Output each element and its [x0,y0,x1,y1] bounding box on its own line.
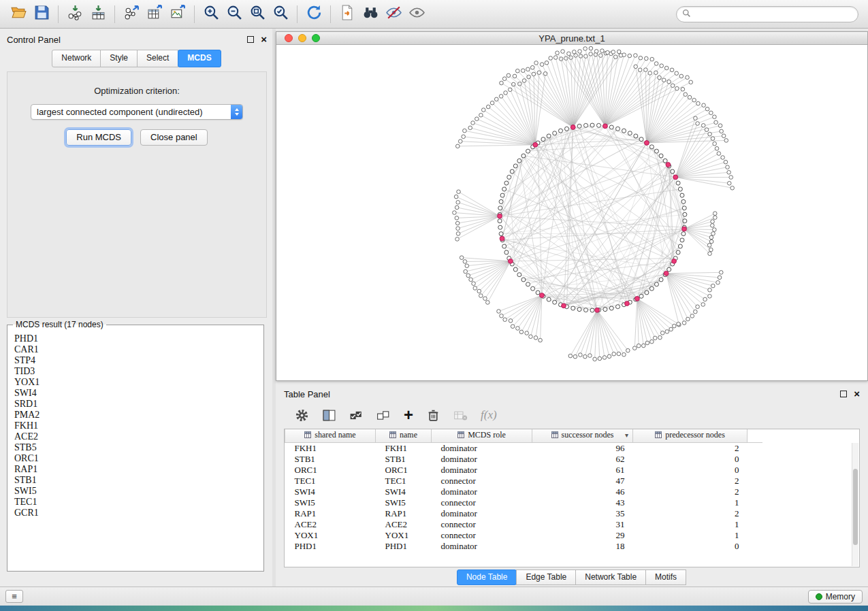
network-leaf-node[interactable] [561,50,565,54]
column-header-name[interactable]: name [376,429,432,442]
network-leaf-node[interactable] [483,297,487,301]
delete-row-icon[interactable] [426,408,440,423]
network-leaf-node[interactable] [516,327,520,331]
network-leaf-node[interactable] [708,132,712,136]
network-ring-node[interactable] [584,308,588,312]
mcds-result-item[interactable]: STB5 [14,442,257,453]
column-header-successor-nodes[interactable]: successor nodes▾ [532,429,633,442]
network-ring-node[interactable] [521,154,526,158]
network-ring-node[interactable] [513,164,517,168]
network-leaf-node[interactable] [456,227,460,231]
network-mcds-node[interactable] [562,303,566,308]
network-leaf-node[interactable] [707,244,711,248]
export-table-button[interactable] [143,3,166,25]
network-leaf-node[interactable] [713,228,717,232]
network-leaf-node[interactable] [653,336,657,340]
settings-gear-icon[interactable] [295,408,309,423]
network-mcds-node[interactable] [635,297,640,301]
network-ring-node[interactable] [603,308,607,312]
network-ring-node[interactable] [577,124,581,128]
network-leaf-node[interactable] [724,160,728,164]
network-leaf-node[interactable] [720,129,724,133]
table-scrollbar[interactable] [852,443,858,566]
network-leaf-node[interactable] [682,321,686,325]
mcds-result-item[interactable]: TEC1 [14,497,257,508]
network-leaf-node[interactable] [713,216,718,220]
network-leaf-node[interactable] [532,72,536,76]
network-leaf-node[interactable] [611,50,615,54]
network-leaf-node[interactable] [485,301,489,305]
network-leaf-node[interactable] [681,87,685,91]
mcds-result-item[interactable]: ORC1 [14,453,257,464]
network-ring-node[interactable] [507,175,511,179]
network-leaf-node[interactable] [473,286,477,291]
network-leaf-node[interactable] [694,310,698,314]
network-ring-node[interactable] [645,291,649,295]
network-ring-node[interactable] [536,291,540,295]
network-leaf-node[interactable] [658,335,662,340]
network-leaf-node[interactable] [727,170,731,174]
network-mcds-node[interactable] [498,214,502,218]
network-leaf-node[interactable] [553,56,558,60]
network-leaf-node[interactable] [607,354,611,359]
network-leaf-node[interactable] [713,115,717,119]
network-leaf-node[interactable] [660,331,664,335]
network-leaf-node[interactable] [718,276,722,280]
network-leaf-node[interactable] [708,295,712,299]
network-ring-node[interactable] [659,278,663,282]
network-leaf-node[interactable] [511,82,515,86]
network-leaf-node[interactable] [696,122,700,126]
scrollbar-thumb[interactable] [853,469,858,545]
run-mcds-button[interactable]: Run MCDS [66,129,131,146]
network-leaf-node[interactable] [463,260,467,264]
network-leaf-node[interactable] [715,146,719,150]
refresh-layout-button[interactable] [302,3,325,25]
network-leaf-node[interactable] [639,56,643,60]
table-row[interactable]: RAP1RAP1dominator352 [285,508,762,519]
network-leaf-node[interactable] [567,52,571,56]
network-ring-node[interactable] [499,232,503,236]
network-ring-node[interactable] [649,286,654,291]
network-ring-node[interactable] [526,149,530,153]
network-leaf-node[interactable] [534,336,538,340]
network-ring-node[interactable] [590,123,594,127]
network-ring-node[interactable] [547,297,551,301]
network-leaf-node[interactable] [511,325,515,329]
network-leaf-node[interactable] [612,352,616,356]
mcds-result-item[interactable]: YOX1 [14,377,257,388]
network-ring-node[interactable] [499,199,503,203]
table-row[interactable]: STB1STB1dominator620 [285,454,762,465]
network-leaf-node[interactable] [670,68,674,72]
network-canvas[interactable] [276,45,867,380]
network-leaf-node[interactable] [692,98,696,102]
network-leaf-node[interactable] [529,335,533,339]
network-ring-node[interactable] [682,206,686,210]
network-leaf-node[interactable] [696,305,700,309]
network-leaf-node[interactable] [648,71,652,76]
network-mcds-node[interactable] [664,271,669,276]
network-ring-node[interactable] [654,149,658,153]
column-header-MCDS-role[interactable]: MCDS role [432,429,532,442]
network-mcds-node[interactable] [682,227,687,231]
network-leaf-node[interactable] [469,278,473,282]
network-leaf-node[interactable] [644,68,648,72]
float-table-panel-icon[interactable] [840,391,847,397]
network-leaf-node[interactable] [556,51,560,55]
zoom-selected-button[interactable] [269,3,292,25]
network-leaf-node[interactable] [686,317,690,321]
network-leaf-node[interactable] [589,46,593,50]
network-mcds-node[interactable] [533,142,538,147]
network-leaf-node[interactable] [490,101,494,105]
network-ring-node[interactable] [676,181,680,185]
network-leaf-node[interactable] [573,50,577,54]
hide-details-button[interactable] [382,3,405,25]
network-ring-node[interactable] [498,219,502,223]
network-ring-node[interactable] [609,306,613,310]
zoom-fit-button[interactable] [246,3,269,25]
network-leaf-node[interactable] [628,54,632,58]
save-session-button[interactable] [30,3,53,25]
network-leaf-node[interactable] [684,93,688,97]
network-ring-node[interactable] [498,225,502,229]
network-leaf-node[interactable] [701,303,705,307]
network-leaf-node[interactable] [694,116,698,120]
